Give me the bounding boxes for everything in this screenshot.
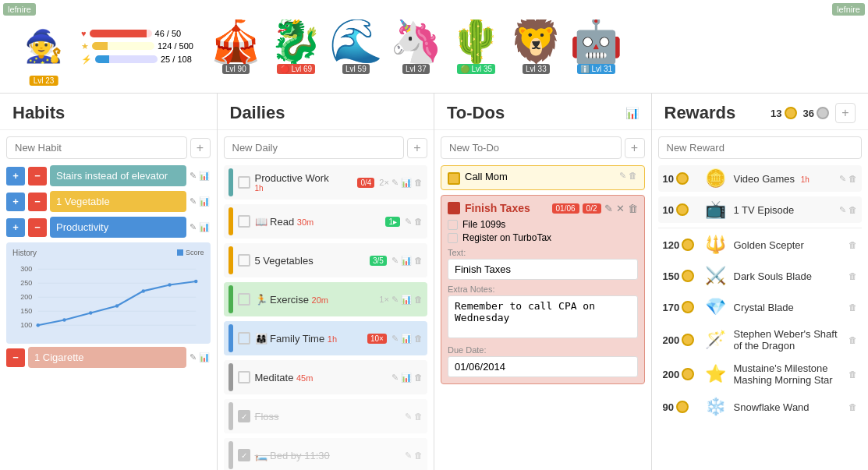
- add-reward-button[interactable]: +: [835, 103, 856, 123]
- party-member-4: 🌵 🟢 Lvl 35: [449, 19, 503, 74]
- reward-emoji-6: ⭐: [704, 364, 728, 384]
- todos-column: To-Dos 📊 + Call Mom ✎ 🗑 Fini: [434, 94, 652, 470]
- todo-due-input[interactable]: [448, 356, 638, 377]
- habit-plus-vegetable[interactable]: +: [6, 193, 25, 211]
- new-daily-input[interactable]: [224, 136, 405, 159]
- reward-item-4[interactable]: 170 💎 Crystal Blade 🗑: [658, 294, 863, 320]
- daily-color-bar-1: [229, 207, 233, 235]
- daily-checkbox-2[interactable]: [238, 254, 250, 267]
- rewards-title: Rewards: [664, 103, 736, 123]
- delete-icon[interactable]: 🗑: [628, 203, 638, 214]
- habit-item-productivity: + − Productivity ✎ 📊: [6, 217, 211, 238]
- svg-point-11: [62, 318, 66, 322]
- todo-text-input[interactable]: [448, 259, 638, 280]
- reward-coin-6: [682, 368, 694, 380]
- reward-emoji-5: 🪄: [704, 330, 728, 350]
- daily-color-bar-6: [229, 402, 233, 430]
- todo-checkbox-callmom[interactable]: [448, 172, 460, 185]
- party-member-3: 🦄 Lvl 37: [389, 19, 443, 74]
- main-content: Habits + + − Stairs instead of elevator …: [0, 94, 868, 470]
- reward-item-7[interactable]: 90 ❄️ Snowflake Wand 🗑: [658, 394, 863, 420]
- silver-coin-icon: [817, 107, 829, 119]
- party-member-6: 🤖 ℹ️ Lvl 31: [569, 19, 623, 74]
- reward-item-2[interactable]: 120 🔱 Golden Scepter 🗑: [658, 231, 863, 258]
- todo-checkbox-taxes[interactable]: [448, 202, 460, 214]
- reward-cost-2: 120: [663, 239, 698, 251]
- todo-notes-textarea[interactable]: Remember to call CPA on Wednesday: [448, 295, 638, 338]
- daily-checkbox-0[interactable]: [238, 176, 250, 189]
- reward-emoji-4: 💎: [704, 297, 728, 317]
- daily-icons-0: 2× ✎ 📊 🗑: [379, 178, 423, 188]
- daily-checkbox-4[interactable]: [238, 332, 250, 345]
- svg-text:250: 250: [20, 279, 32, 287]
- daily-label-wrap-6: Floss: [255, 411, 400, 422]
- daily-label-3: 🏃 Exercise 20m: [255, 294, 375, 306]
- reward-icons-5: 🗑: [849, 335, 857, 345]
- rewards-header: Rewards 13 36 +: [652, 94, 869, 130]
- todo-count-badge: 0/2: [583, 203, 601, 214]
- new-todo-input[interactable]: [441, 136, 622, 159]
- reward-icons-2: 🗑: [849, 240, 857, 249]
- todo-check-checkbox-1[interactable]: [448, 233, 458, 243]
- add-todo-button[interactable]: +: [625, 138, 645, 158]
- add-habit-button[interactable]: +: [190, 138, 211, 158]
- habit-minus-productivity[interactable]: −: [28, 218, 47, 237]
- reward-coin-2: [682, 239, 694, 251]
- silver-count: 36: [803, 107, 829, 119]
- reward-item-5[interactable]: 200 🪄 Stephen Weber's Shaft of the Drago…: [658, 325, 863, 355]
- svg-point-14: [142, 289, 146, 293]
- todo-expanded-header: Finish Taxes 01/06 0/2 ✎ ✕ 🗑: [448, 202, 638, 214]
- daily-label-5: Meditate 45m: [255, 372, 387, 383]
- party-members: 🎪 Lvl 90 🐉 🔴 Lvl 69 🌊 Lvl 59 🦄 Lvl 37 🌵 …: [209, 19, 856, 74]
- habit-minus-vegetable[interactable]: −: [28, 193, 47, 211]
- bar-chart-icon[interactable]: 📊: [625, 107, 639, 119]
- svg-text:100: 100: [20, 321, 32, 329]
- daily-label-0: Productive Work: [255, 172, 353, 184]
- svg-text:200: 200: [20, 293, 32, 301]
- daily-label-wrap-3: 🏃 Exercise 20m: [255, 294, 375, 306]
- reward-time-0: 1h: [801, 175, 810, 184]
- rewards-column: Rewards 13 36 + 10: [652, 94, 869, 470]
- add-daily-button[interactable]: +: [407, 138, 427, 158]
- reward-coin-4: [682, 301, 694, 313]
- daily-item-6: ✓ Floss ✎ 🗑: [224, 399, 428, 433]
- habit-icons-vegetable: ✎ 📊: [190, 196, 210, 207]
- daily-checkbox-6[interactable]: ✓: [238, 410, 250, 422]
- svg-point-12: [89, 311, 93, 315]
- habits-title: Habits: [12, 103, 65, 123]
- daily-checkbox-7[interactable]: ✓: [238, 449, 250, 461]
- daily-checkbox-3[interactable]: [238, 293, 250, 306]
- edit-icon[interactable]: ✎: [604, 203, 613, 214]
- habit-item-stairs: + − Stairs instead of elevator ✎ 📊: [6, 165, 211, 186]
- reward-cost-1: 10: [663, 203, 698, 216]
- reward-icons-7: 🗑: [849, 402, 857, 412]
- todos-title: To-Dos: [447, 103, 505, 123]
- reward-coin-3: [682, 270, 694, 282]
- daily-item-7: ✓ 🛏️ Bed by 11:30 ✎ 🗑: [224, 438, 428, 470]
- party-member-1: 🐉 🔴 Lvl 69: [269, 19, 323, 74]
- close-icon[interactable]: ✕: [616, 203, 625, 214]
- new-daily-row: +: [224, 136, 428, 159]
- todo-expanded-title: Finish Taxes: [465, 202, 530, 214]
- reward-item-3[interactable]: 150 ⚔️ Dark Souls Blade 🗑: [658, 263, 863, 289]
- habit-plus-stairs[interactable]: +: [6, 167, 25, 186]
- todo-notes-label: Extra Notes:: [448, 284, 638, 294]
- daily-checkbox-5[interactable]: [238, 371, 250, 383]
- habit-plus-productivity[interactable]: +: [6, 218, 25, 237]
- new-habit-input[interactable]: [6, 136, 187, 159]
- daily-sub-0: 1h: [255, 184, 353, 193]
- reward-item-1[interactable]: 10 📺 1 TV Episode ✎ 🗑: [658, 196, 863, 223]
- habit-minus-cigarette[interactable]: −: [6, 348, 25, 367]
- daily-item-1: 📖 Read 30m 1▸ ✎ 🗑: [224, 204, 428, 239]
- dailies-column: Dailies + Productive Work 1h 0/4 2× ✎ 📊 …: [218, 94, 435, 470]
- daily-label-1: 📖 Read 30m: [255, 216, 381, 228]
- new-reward-input[interactable]: [658, 136, 863, 159]
- todo-badges: 01/06 0/2 ✎ ✕ 🗑: [552, 203, 638, 214]
- reward-item-6[interactable]: 200 ⭐ Mustaine's Milestone Mashing Morni…: [658, 359, 863, 389]
- daily-checkbox-1[interactable]: [238, 215, 250, 228]
- todo-check-checkbox-0[interactable]: [448, 220, 458, 230]
- habit-icons-productivity: ✎ 📊: [190, 222, 210, 232]
- habit-minus-stairs[interactable]: −: [28, 167, 47, 186]
- reward-item-0[interactable]: 10 🪙 Video Games 1h ✎ 🗑: [658, 165, 863, 192]
- reward-cost-7: 90: [663, 401, 698, 413]
